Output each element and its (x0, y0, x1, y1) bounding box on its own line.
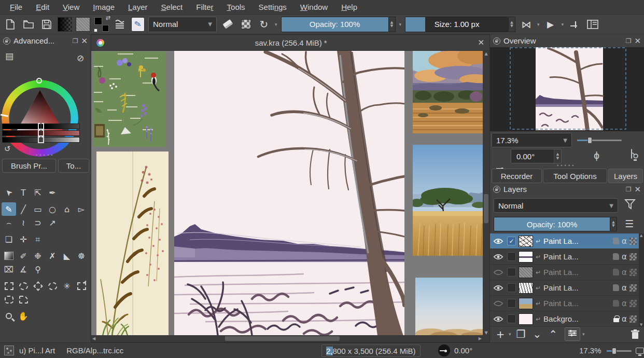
rotation-spinbox[interactable]: 0.00° ▲▼ (511, 149, 562, 163)
tool-reference-images[interactable]: ⚲ (31, 263, 45, 276)
splitter-handle[interactable]: ••••• (35, 153, 54, 158)
tool-freehand-select[interactable] (45, 279, 60, 293)
fg-bg-colors[interactable]: ⇄ (94, 17, 109, 32)
canvas-titlebar[interactable]: sav.kra (256.4 MiB) * ✕ (91, 35, 489, 51)
inherit-alpha-icon[interactable] (629, 253, 637, 260)
inherit-alpha-icon[interactable] (629, 300, 637, 307)
tool-zoom[interactable] (2, 309, 16, 323)
docker-lock-icon[interactable] (3, 37, 10, 45)
brush-settings-icon[interactable] (113, 17, 128, 32)
inherit-alpha-icon[interactable] (629, 315, 637, 323)
move-layer-down-button[interactable]: ⌄ (533, 328, 541, 340)
vscroll-handle[interactable] (484, 194, 488, 223)
visibility-icon[interactable] (492, 269, 505, 276)
tool-enclose-fill[interactable]: ☸ (74, 249, 89, 263)
tool-transform[interactable]: ❏ (2, 232, 16, 246)
overview-zoom-dropdown[interactable]: 17.3%▼ (492, 133, 572, 147)
eraser-mode-icon[interactable] (220, 17, 235, 32)
strip-handle[interactable] (38, 136, 44, 143)
tab-layers[interactable]: Layers (608, 169, 643, 183)
layer-row[interactable]: ↵ Paint La... α (490, 280, 639, 296)
opacity-spinner[interactable]: ▲▼ (389, 17, 396, 32)
layer-name[interactable]: Paint La... (543, 237, 610, 245)
duplicate-layer-button[interactable]: ❐ (516, 328, 526, 340)
mirror-vertical-icon[interactable]: ▶ (543, 17, 558, 32)
tab-toolbox-docker[interactable]: To... (58, 159, 89, 173)
splitter-handle[interactable]: ••••• (556, 163, 576, 168)
tool-text[interactable]: T (16, 186, 31, 199)
menu-layer[interactable]: Layer (121, 0, 155, 15)
menu-tools[interactable]: Tools (220, 0, 252, 15)
tool-pan[interactable]: ✋ (16, 309, 31, 323)
scroll-down-icon[interactable]: ▼ (483, 331, 489, 335)
selector-settings-icon[interactable]: ▤ (5, 51, 13, 61)
tool-polygonal-select[interactable] (31, 279, 45, 293)
layer-list-scrollbar[interactable]: ▲ ▼ (639, 233, 644, 327)
layer-opacity-spinner[interactable]: ▲▼ (610, 217, 617, 231)
tool-assistants[interactable]: ⌧ (2, 263, 16, 276)
menu-image[interactable]: Image (86, 0, 121, 15)
layer-thumbnail[interactable] (519, 282, 533, 294)
float-docker-icon[interactable]: ❐ (626, 37, 632, 45)
pin-docker-icon[interactable]: ⚲ (629, 150, 641, 161)
layer-lock-icon[interactable] (613, 253, 619, 260)
tool-gradient[interactable] (2, 249, 16, 263)
add-layer-button[interactable]: ＋ (494, 326, 507, 342)
size-slider[interactable]: Size: 1.00 px (405, 17, 509, 32)
tool-arc[interactable]: ⊃ (31, 216, 45, 229)
layer-blending-dropdown[interactable]: Normal▼ (494, 198, 618, 213)
color-strip-saturation[interactable] (2, 130, 80, 136)
tool-ellipse[interactable]: ○ (45, 202, 60, 216)
mirror-horizontal-caret[interactable]: ▾ (537, 22, 540, 27)
new-document-icon[interactable] (3, 17, 18, 32)
layer-thumbnail[interactable] (519, 251, 533, 263)
layer-lock-icon[interactable] (613, 238, 619, 244)
layer-checkbox[interactable] (507, 314, 516, 323)
save-icon[interactable] (39, 17, 54, 32)
float-docker-icon[interactable]: ❐ (626, 186, 632, 193)
alpha-lock-icon[interactable]: α (622, 252, 627, 261)
scroll-left-icon[interactable]: ◀ (92, 335, 95, 342)
fit-screen-icon[interactable] (636, 348, 644, 354)
layer-thumbnail[interactable] (519, 313, 533, 325)
move-layer-up-button[interactable]: ⌃ (549, 328, 557, 340)
overview-zoom-slider[interactable] (577, 140, 622, 141)
menu-file[interactable]: File (3, 0, 29, 15)
close-docker-icon[interactable]: ✕ (634, 185, 641, 194)
layer-name[interactable]: Paint La... (543, 283, 610, 292)
reload-preset-icon[interactable]: ↻ (257, 17, 271, 32)
refresh-colors-icon[interactable]: ↺ (4, 144, 11, 154)
docker-lock-icon[interactable] (493, 186, 500, 193)
opacity-caret[interactable]: ▾ (399, 22, 402, 27)
tool-move[interactable]: ✛ (16, 232, 31, 246)
tool-measure[interactable]: ∡ (16, 263, 31, 276)
docker-lock-icon[interactable] (493, 37, 500, 45)
visibility-icon[interactable] (492, 315, 505, 323)
swap-colors-icon[interactable]: ⇄ (106, 15, 110, 21)
layer-opacity-slider[interactable]: Opacity: 100% (494, 217, 610, 231)
canvas-rotation-icon[interactable] (438, 345, 450, 356)
opacity-slider[interactable]: Opacity: 100% (281, 17, 389, 32)
tool-bezier-select[interactable] (16, 293, 31, 306)
layer-thumbnail[interactable] (519, 236, 533, 247)
locked-icon[interactable] (613, 318, 619, 322)
visibility-icon[interactable] (492, 284, 505, 292)
layer-row[interactable]: ↵ Paint La... α (490, 265, 639, 280)
tool-line[interactable]: ╱ (16, 202, 31, 216)
hscroll-handle[interactable] (225, 336, 340, 341)
color-strip-lightness[interactable] (2, 137, 80, 143)
layer-lock-icon[interactable] (613, 269, 619, 276)
canvas-hscrollbar[interactable]: ◀ ▶ (91, 335, 483, 342)
foreground-color[interactable] (94, 17, 102, 25)
mirror-vertical-caret[interactable]: ▾ (562, 22, 564, 27)
close-document-icon[interactable]: ✕ (478, 38, 484, 47)
add-layer-caret[interactable]: ▾ (509, 332, 511, 337)
reset-colors-icon[interactable] (94, 29, 97, 32)
alpha-lock-icon[interactable]: α (622, 314, 627, 324)
layer-row[interactable]: ↵ Paint La... α (490, 296, 639, 311)
no-color-icon[interactable]: ⊘ (77, 53, 84, 63)
layer-checkbox[interactable] (507, 299, 516, 308)
zoom-slider[interactable] (607, 350, 632, 352)
layer-lock-icon[interactable] (613, 300, 619, 307)
tool-polyline[interactable]: ▻ (74, 202, 89, 216)
